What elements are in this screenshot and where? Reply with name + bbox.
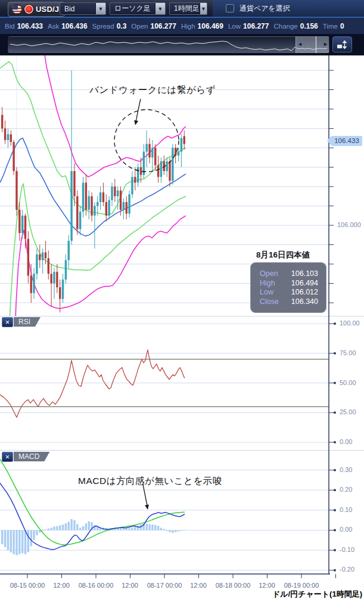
tooltip-low-label: Low (260, 288, 273, 297)
timeframe-value: 1時間足 (170, 4, 200, 14)
fx-chart-app: USD/JPY Bid ローソク足 1時間足 通貨ペアを選択 Bid106.43… (0, 0, 364, 602)
currency-pair-checkbox-label: 通貨ペアを選択 (239, 4, 290, 14)
macd-axis-label: 0.00 (340, 526, 352, 533)
currency-pair-button[interactable]: USD/JPY (8, 2, 65, 17)
bid-value: 106.433 (17, 22, 43, 30)
timeframe-select[interactable]: 1時間足 (169, 2, 207, 15)
high-value: 106.469 (198, 22, 223, 30)
toolbar: USD/JPY Bid ローソク足 1時間足 通貨ペアを選択 (0, 0, 364, 18)
tooltip-high-label: High (260, 279, 275, 288)
macd-annotation: MACDは方向感が無いことを示唆 (78, 475, 222, 488)
rsi-chart[interactable] (0, 316, 364, 450)
rsi-axis-label: 75.00 (340, 349, 356, 356)
overview-sparkline (8, 36, 329, 53)
low-label: Low (228, 23, 241, 30)
chevron-down-icon[interactable] (200, 3, 207, 14)
price-type-select[interactable]: Bid (60, 2, 106, 15)
macd-axis-label: 0.30 (340, 466, 352, 473)
change-label: Change (273, 23, 297, 30)
scroll-right-icon[interactable] (323, 41, 328, 48)
chart-type-value: ローソク足 (110, 4, 151, 14)
tooltip-low-value: 106.012 (291, 288, 318, 297)
scroll-left-icon[interactable] (297, 41, 303, 48)
tooltip-close-value: 106.340 (291, 297, 318, 307)
currency-pair-checkbox[interactable] (226, 4, 234, 13)
macd-axis-label: -0.20 (340, 566, 354, 573)
macd-close-button[interactable]: ✕ (2, 452, 13, 462)
tooltip-close-label: Close (260, 297, 279, 307)
change-value: 0.156 (300, 22, 318, 30)
chart-type-select[interactable]: ローソク足 (110, 2, 166, 15)
ohlc-tooltip-title: 8月16日四本値 (256, 250, 310, 260)
ask-label: Ask (48, 23, 59, 30)
chart-caption: ドル/円チャート(1時間足) (272, 589, 362, 600)
high-label: High (181, 23, 195, 30)
viewport-divider (316, 36, 316, 53)
time-label: Time (323, 23, 338, 30)
rsi-axis-label: 0.00 (340, 438, 352, 445)
japan-flag-icon (24, 4, 34, 14)
low-value: 106.277 (243, 22, 269, 30)
ask-value: 106.436 (61, 22, 87, 30)
macd-tab[interactable]: MACD (14, 452, 49, 461)
price-axis-label: 106.000 (337, 221, 361, 228)
spread-label: Spread (92, 23, 114, 30)
chart-resize-icon (337, 40, 348, 49)
macd-axis-label: 0.20 (340, 486, 352, 493)
x-axis-label: 08-19 00:00 (279, 582, 323, 589)
price-type-value: Bid (60, 5, 74, 13)
chart-scale-button[interactable] (332, 36, 352, 52)
main-chart-annotation: バンドウォークには繋がらず (89, 84, 216, 97)
spread-value: 0.3 (117, 22, 127, 30)
macd-axis-label: 0.10 (340, 506, 352, 513)
time-value: 0 (340, 22, 344, 30)
rsi-axis-label: 25.00 (340, 408, 356, 415)
ohlc-tooltip: Open106.103 High106.494 Low106.012 Close… (250, 262, 326, 313)
quote-bar: Bid106.433 Ask106.436 Spread0.3 Open106.… (0, 18, 364, 34)
tooltip-open-value: 106.103 (291, 269, 318, 279)
macd-chart[interactable] (0, 450, 364, 578)
overview-scrollbar[interactable] (7, 36, 330, 54)
tooltip-open-label: Open (260, 269, 278, 279)
macd-axis-label: -0.10 (340, 546, 354, 553)
overview-viewport-handle[interactable] (295, 36, 329, 53)
chevron-down-icon[interactable] (155, 3, 165, 14)
rsi-axis-label: 50.00 (340, 379, 356, 386)
current-price-tag: 106.433 (331, 136, 362, 146)
bid-label: Bid (5, 23, 15, 30)
rsi-axis-label: 100.00 (340, 319, 360, 327)
tooltip-high-value: 106.494 (291, 279, 318, 288)
rsi-close-button[interactable]: ✕ (2, 317, 13, 327)
us-flag-icon (12, 4, 22, 14)
open-value: 106.277 (151, 22, 176, 30)
overview-bar (0, 34, 364, 55)
pair-select-panel: 通貨ペアを選択 (213, 0, 364, 17)
chevron-down-icon[interactable] (95, 3, 105, 14)
open-label: Open (131, 23, 148, 30)
